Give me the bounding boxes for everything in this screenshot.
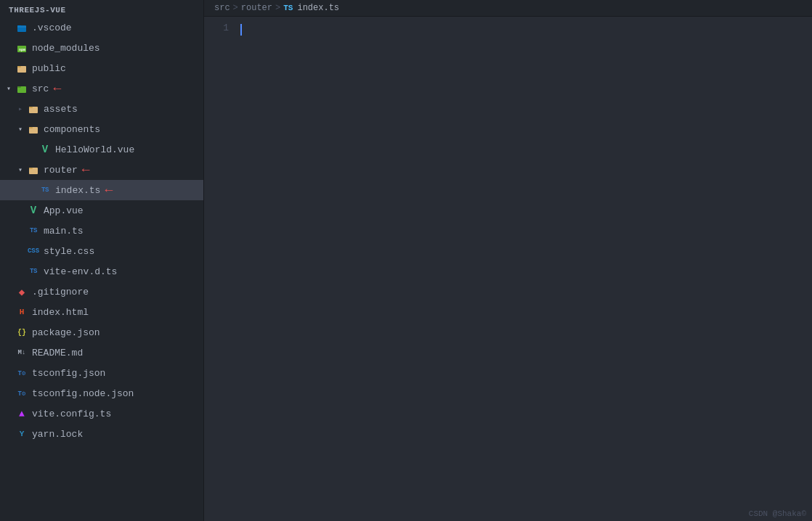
breadcrumb-router: router	[241, 3, 272, 13]
sidebar-item-vscode[interactable]: .vscode	[0, 17, 203, 38]
components-folder-icon	[26, 123, 41, 135]
viteconfig-icon: ▲	[15, 408, 29, 419]
gitignore-label: .gitignore	[32, 287, 89, 298]
sidebar-item-src[interactable]: ▾ src ←	[0, 78, 203, 99]
svg-rect-6	[17, 66, 21, 67]
indexhtml-icon: H	[15, 306, 29, 318]
sidebar-item-viteenvdts[interactable]: TS vite-env.d.ts	[0, 261, 203, 282]
breadcrumb-src: src	[214, 3, 230, 13]
vscode-folder-icon	[15, 22, 29, 33]
cursor-line	[240, 22, 812, 37]
sidebar-item-tsconfigjson[interactable]: T⚙ tsconfig.json	[0, 363, 203, 383]
router-chevron: ▾	[15, 164, 26, 176]
svg-text:npm: npm	[19, 47, 25, 52]
assets-label: assets	[44, 104, 78, 115]
components-label: components	[44, 124, 100, 135]
breadcrumb-sep2: >	[275, 3, 280, 13]
watermark: CSDN @Shaka©	[749, 509, 806, 518]
svg-rect-10	[29, 107, 33, 108]
svg-rect-12	[29, 127, 33, 128]
svg-rect-14	[29, 168, 33, 169]
appvue-icon: V	[26, 205, 41, 216]
breadcrumb-sep1: >	[233, 3, 238, 13]
yarnlock-icon: Y	[15, 428, 29, 440]
sidebar-item-appvue[interactable]: V App.vue	[0, 200, 203, 221]
router-folder-icon	[26, 164, 41, 176]
indexhtml-label: index.html	[32, 307, 89, 318]
stylecss-icon: CSS	[26, 245, 41, 257]
assets-chevron: ▸	[15, 103, 26, 115]
sidebar-item-maints[interactable]: TS main.ts	[0, 221, 203, 241]
public-folder-icon	[15, 62, 29, 74]
packagejson-icon: {}	[15, 327, 29, 338]
yarnlock-label: yarn.lock	[32, 429, 83, 440]
svg-rect-1	[17, 25, 21, 27]
sidebar-item-indexhtml[interactable]: H index.html	[0, 302, 203, 322]
public-label: public	[32, 63, 66, 74]
breadcrumb-ts-badge: TS	[283, 4, 293, 12]
node-modules-label: node_modules	[32, 43, 100, 54]
sidebar-item-public[interactable]: public	[0, 58, 203, 78]
viteconfig-label: vite.config.ts	[32, 409, 111, 419]
router-label: router	[44, 165, 78, 176]
src-folder-icon	[15, 83, 29, 94]
viteenvdts-label: vite-env.d.ts	[44, 266, 117, 277]
breadcrumb-file: index.ts	[297, 3, 339, 13]
assets-folder-icon	[26, 103, 41, 115]
indexts-arrow: ←	[105, 184, 113, 197]
line-number-1: 1	[204, 22, 229, 33]
text-cursor	[240, 24, 242, 36]
file-explorer: THREEJS-VUE .vscode npm node_modules pub…	[0, 0, 204, 521]
components-chevron: ▾	[15, 123, 26, 135]
editor-area: src > router > TS index.ts 1	[204, 0, 812, 521]
sidebar-item-tsconfignode[interactable]: T⚙ tsconfig.node.json	[0, 383, 203, 403]
sidebar-item-node-modules[interactable]: npm node_modules	[0, 38, 203, 58]
helloworld-vue-icon: V	[38, 144, 52, 155]
src-arrow: ←	[53, 82, 61, 95]
indexts-icon: TS	[38, 184, 52, 196]
svg-rect-8	[17, 86, 21, 88]
sidebar-item-components[interactable]: ▾ components	[0, 119, 203, 139]
readmemd-icon: M↓	[15, 347, 29, 358]
gitignore-icon: ◆	[15, 286, 29, 298]
src-chevron: ▾	[3, 83, 15, 94]
breadcrumb: src > router > TS index.ts	[204, 0, 812, 17]
indexts-label: index.ts	[55, 185, 100, 196]
helloworld-label: HelloWorld.vue	[55, 144, 134, 155]
sidebar-item-router[interactable]: ▾ router ←	[0, 160, 203, 180]
sidebar-item-stylecss[interactable]: CSS style.css	[0, 241, 203, 261]
readmemd-label: README.md	[32, 348, 83, 358]
appvue-label: App.vue	[44, 205, 84, 216]
packagejson-label: package.json	[32, 327, 100, 338]
sidebar-item-viteconfig[interactable]: ▲ vite.config.ts	[0, 403, 203, 424]
sidebar-item-gitignore[interactable]: ◆ .gitignore	[0, 282, 203, 302]
vscode-label: .vscode	[32, 22, 72, 33]
sidebar-item-readmemd[interactable]: M↓ README.md	[0, 342, 203, 363]
sidebar-item-packagejson[interactable]: {} package.json	[0, 322, 203, 342]
code-editor[interactable]	[240, 22, 812, 515]
sidebar-item-assets[interactable]: ▸ assets	[0, 99, 203, 119]
router-arrow: ←	[82, 163, 90, 176]
sidebar-item-helloworld[interactable]: V HelloWorld.vue	[0, 139, 203, 160]
viteenvdts-icon: TS	[26, 266, 41, 277]
stylecss-label: style.css	[44, 246, 94, 257]
maints-icon: TS	[26, 225, 41, 237]
src-label: src	[32, 83, 49, 94]
editor-content[interactable]: 1	[204, 17, 812, 521]
tsconfignode-label: tsconfig.node.json	[32, 388, 134, 399]
sidebar-item-yarnlock[interactable]: Y yarn.lock	[0, 424, 203, 444]
sidebar-item-indexts[interactable]: TS index.ts ←	[0, 180, 203, 200]
tsconfignode-icon: T⚙	[15, 387, 29, 399]
node-modules-icon: npm	[15, 42, 29, 54]
tsconfigjson-icon: T⚙	[15, 367, 29, 379]
maints-label: main.ts	[44, 226, 84, 237]
line-numbers: 1	[204, 22, 240, 515]
tsconfigjson-label: tsconfig.json	[32, 368, 105, 379]
sidebar-title: THREEJS-VUE	[0, 0, 203, 17]
